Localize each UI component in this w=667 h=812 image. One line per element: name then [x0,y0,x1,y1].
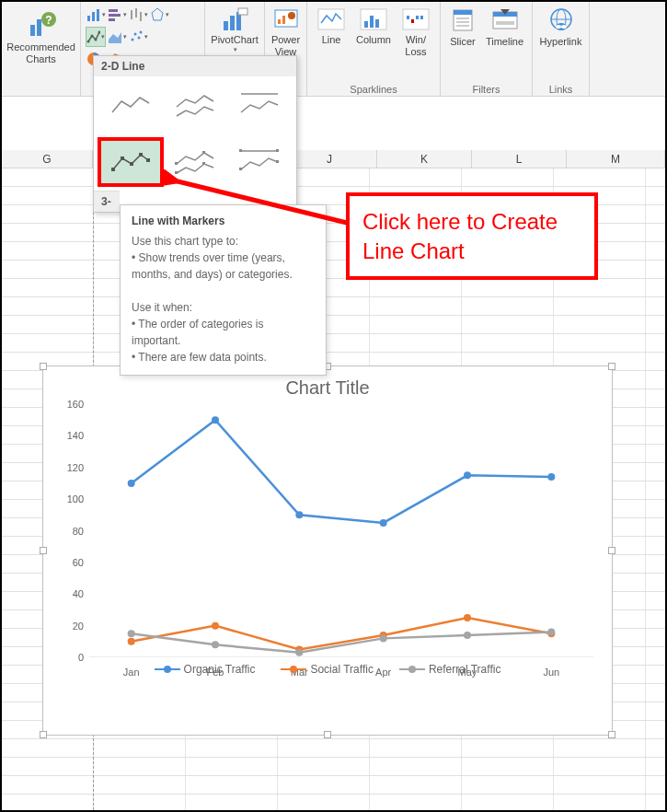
chart-data-marker[interactable] [464,471,471,479]
chart-data-marker[interactable] [212,416,219,423]
chart-data-marker[interactable] [128,630,135,637]
tooltip-intro: Use this chart type to: [132,233,315,249]
slicer-label: Slicer [450,36,476,48]
y-tick: 120 [67,462,84,473]
y-tick: 60 [73,557,84,568]
svg-rect-1 [37,19,41,36]
chart-data-marker[interactable] [380,519,387,527]
line-chart-dropdown[interactable]: ▾ [86,27,106,47]
svg-rect-38 [375,19,379,28]
chart-type-stacked-line[interactable] [164,82,226,128]
scatter-chart-dropdown[interactable]: ▾ [128,27,148,47]
chart-type-tooltip: Line with Markers Use this chart type to… [120,204,327,376]
sparkline-line-label: Line [322,34,341,46]
svg-point-22 [140,31,143,34]
svg-rect-42 [416,16,419,19]
chart-plot-area[interactable]: 020406080100120140160 JanFebMarAprMayJun [89,404,593,657]
links-group-label: Links [549,81,573,95]
y-tick: 20 [73,621,84,632]
col-header-l[interactable]: L [472,150,567,168]
svg-rect-32 [282,16,285,24]
chart-data-marker[interactable] [380,634,387,642]
chart-y-axis[interactable]: 020406080100120140160 [62,404,87,657]
y-tick: 0 [78,652,84,663]
chart-data-marker[interactable] [547,629,555,636]
svg-point-33 [288,12,295,19]
chart-data-marker[interactable] [128,638,135,645]
chart-data-marker[interactable] [295,511,303,518]
svg-rect-27 [230,16,235,30]
recommended-charts-button[interactable]: ? Recommended Charts [3,5,79,67]
svg-rect-29 [238,8,247,15]
area-chart-dropdown[interactable]: ▾ [107,27,127,47]
svg-rect-73 [276,149,279,152]
svg-rect-6 [97,9,99,21]
svg-rect-71 [239,149,242,152]
x-tick: Feb [173,667,257,678]
sparkline-winloss-label: Win/ Loss [405,34,426,58]
col-header-g[interactable]: G [2,150,93,168]
svg-rect-64 [146,158,150,162]
svg-rect-26 [224,21,228,30]
sparkline-winloss-button[interactable]: Win/ Loss [397,5,435,60]
tooltip-bullet-3: • There are few data points. [132,349,315,365]
svg-point-16 [95,39,98,41]
svg-marker-13 [152,8,163,20]
svg-rect-61 [121,157,124,160]
slicer-button[interactable]: Slicer [445,5,480,50]
svg-rect-43 [420,16,423,19]
bar-chart-dropdown[interactable]: ▾ [107,5,127,25]
power-view-button[interactable]: Power View [268,5,305,60]
annotation-arrow [163,169,351,226]
svg-rect-68 [202,151,205,154]
tooltip-bullet-1: • Show trends over time (years, months, … [132,249,315,283]
chart-type-line-with-markers[interactable] [99,139,162,185]
hyperlink-button[interactable]: Hyperlink [536,5,586,50]
chart-type-line[interactable] [99,82,162,128]
chart-lines[interactable] [89,404,593,657]
chart-data-marker[interactable] [547,473,555,481]
svg-marker-18 [109,32,121,43]
chart-data-marker[interactable] [212,641,219,648]
timeline-button[interactable]: Timeline [482,5,527,50]
tooltip-bullet-2: • The order of categories is important. [132,316,315,349]
pivotchart-button[interactable]: PivotChart ▾ [207,5,261,55]
chart-data-marker[interactable] [212,622,219,630]
x-tick: Jun [510,667,593,678]
svg-rect-4 [87,16,90,21]
chart-data-marker[interactable] [464,614,471,621]
svg-rect-48 [456,25,469,27]
column-chart-dropdown[interactable]: ▾ [86,5,106,25]
annotation-text: Click here to Create Line Chart [362,207,581,264]
svg-point-14 [87,41,90,43]
col-header-m[interactable]: M [567,150,665,168]
svg-rect-60 [111,168,115,171]
svg-rect-47 [456,21,469,23]
col-header-k[interactable]: K [377,150,472,168]
sparklines-group-label: Sparklines [350,81,397,95]
svg-rect-0 [30,25,35,36]
embedded-chart[interactable]: Chart Title 020406080100120140160 JanFeb… [42,365,613,736]
chart-data-marker[interactable] [464,632,471,639]
y-tick: 140 [67,430,84,441]
svg-rect-46 [456,17,469,19]
y-tick: 80 [73,526,84,537]
sparkline-line-button[interactable]: Line [312,5,351,60]
timeline-label: Timeline [486,36,523,48]
svg-point-15 [91,35,94,38]
chart-type-100-stacked-line[interactable] [228,82,291,128]
radar-chart-dropdown[interactable]: ▾ [149,5,169,25]
svg-rect-37 [370,16,374,28]
chart-data-marker[interactable] [128,480,135,487]
svg-text:?: ? [45,14,52,27]
pivotchart-label: PivotChart [211,34,258,46]
sparkline-column-label: Column [356,34,391,46]
chart-series-line[interactable] [132,420,552,523]
y-tick: 40 [73,588,84,599]
stock-chart-dropdown[interactable]: ▾ [128,5,148,25]
sparkline-column-button[interactable]: Column [352,5,395,60]
chart-data-marker[interactable] [295,649,303,656]
svg-point-21 [138,37,141,40]
svg-rect-72 [276,160,279,163]
svg-rect-31 [278,19,281,24]
